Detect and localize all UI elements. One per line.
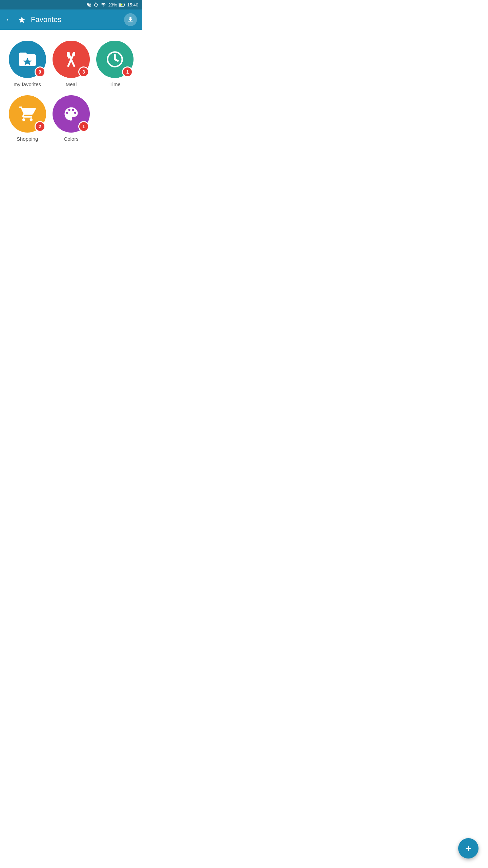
category-my-favorites[interactable]: 9 my favorites xyxy=(8,41,46,87)
battery-text: 23% xyxy=(108,2,117,7)
svg-point-7 xyxy=(72,52,75,56)
category-shopping[interactable]: 2 Shopping xyxy=(8,95,46,142)
folder-star-icon xyxy=(17,49,38,70)
colors-circle-wrapper: 1 xyxy=(53,95,90,133)
clock-icon xyxy=(106,51,124,68)
meal-icon xyxy=(62,51,80,68)
shopping-badge: 2 xyxy=(35,121,45,132)
time-label: Time xyxy=(109,81,121,87)
categories-grid: 9 my favorites 3 Meal xyxy=(0,30,142,150)
my-favorites-badge: 9 xyxy=(35,66,45,77)
my-favorites-label: my favorites xyxy=(14,81,41,87)
meal-label: Meal xyxy=(66,81,77,87)
app-bar: ← ★ Favorites xyxy=(0,9,142,30)
cart-icon xyxy=(19,105,36,123)
time-badge: 1 xyxy=(122,66,133,77)
category-meal[interactable]: 3 Meal xyxy=(52,41,90,87)
time-circle-wrapper: 1 xyxy=(96,41,134,78)
download-button[interactable] xyxy=(124,13,137,26)
colors-badge: 1 xyxy=(78,121,89,132)
mute-icon xyxy=(86,2,92,7)
svg-rect-1 xyxy=(124,4,125,6)
colors-label: Colors xyxy=(64,136,78,142)
page-title: Favorites xyxy=(31,15,119,24)
time-text: 15:40 xyxy=(127,2,138,7)
battery-icon xyxy=(119,2,125,7)
svg-rect-2 xyxy=(119,3,122,6)
my-favorites-circle-wrapper: 9 xyxy=(9,41,46,78)
status-icons: 23% 15:40 xyxy=(86,2,138,7)
back-button[interactable]: ← xyxy=(5,15,13,24)
shopping-circle-wrapper: 2 xyxy=(9,95,46,133)
shopping-label: Shopping xyxy=(17,136,38,142)
sync-icon xyxy=(93,2,99,7)
download-icon xyxy=(127,16,134,23)
palette-icon xyxy=(62,105,80,123)
meal-circle-wrapper: 3 xyxy=(53,41,90,78)
category-time[interactable]: 1 Time xyxy=(96,41,134,87)
status-bar: 23% 15:40 xyxy=(0,0,142,9)
category-colors[interactable]: 1 Colors xyxy=(52,95,90,142)
favorites-star-icon: ★ xyxy=(18,14,26,25)
signal-icon xyxy=(100,2,106,7)
meal-badge: 3 xyxy=(78,66,89,77)
